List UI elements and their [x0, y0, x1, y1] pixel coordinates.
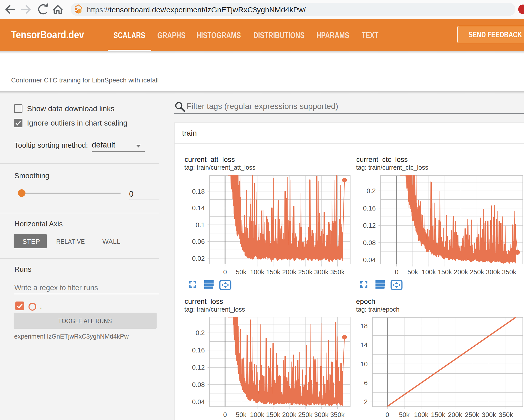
svg-text:100k: 100k [250, 411, 265, 418]
svg-text:250k: 250k [470, 268, 484, 276]
svg-text:0.04: 0.04 [192, 398, 205, 406]
svg-text:0: 0 [223, 268, 227, 276]
svg-text:0: 0 [395, 268, 398, 276]
svg-text:150k: 150k [438, 268, 452, 276]
svg-text:100k: 100k [250, 268, 265, 276]
svg-text:0.12: 0.12 [363, 222, 376, 229]
svg-text:100k: 100k [422, 268, 436, 276]
svg-text:350k: 350k [330, 268, 345, 276]
svg-text:0.08: 0.08 [192, 381, 205, 388]
svg-text:200k: 200k [282, 268, 297, 276]
svg-text:0.2: 0.2 [196, 329, 205, 337]
svg-text:0: 0 [223, 411, 227, 418]
svg-text:50k: 50k [236, 411, 247, 418]
svg-text:0.06: 0.06 [192, 238, 205, 245]
svg-text:200k: 200k [282, 411, 297, 418]
svg-text:350k: 350k [502, 268, 516, 276]
svg-text:0.16: 0.16 [363, 204, 376, 212]
svg-text:300k: 300k [314, 268, 329, 276]
svg-text:0.08: 0.08 [363, 239, 376, 247]
svg-text:0.12: 0.12 [192, 364, 205, 371]
svg-text:14: 14 [360, 341, 368, 349]
svg-text:300k: 300k [314, 411, 329, 418]
svg-text:250k: 250k [298, 268, 313, 276]
svg-text:350k: 350k [330, 411, 345, 418]
svg-text:0.16: 0.16 [192, 346, 205, 354]
svg-text:0.02: 0.02 [192, 255, 205, 262]
svg-text:50k: 50k [407, 268, 418, 276]
svg-text:200k: 200k [448, 411, 462, 418]
svg-text:300k: 300k [482, 411, 496, 418]
svg-text:0.1: 0.1 [196, 221, 205, 229]
svg-text:50k: 50k [236, 268, 247, 276]
svg-text:200k: 200k [454, 268, 468, 276]
svg-text:6: 6 [364, 379, 368, 387]
svg-text:50k: 50k [399, 411, 410, 418]
svg-text:100k: 100k [414, 411, 428, 418]
svg-text:0: 0 [386, 411, 389, 418]
svg-text:250k: 250k [465, 411, 479, 418]
svg-text:0.04: 0.04 [363, 256, 376, 264]
svg-text:150k: 150k [266, 411, 280, 418]
svg-text:350k: 350k [499, 411, 513, 418]
svg-text:150k: 150k [266, 268, 280, 276]
svg-text:0.18: 0.18 [192, 188, 205, 195]
svg-text:10: 10 [360, 360, 368, 368]
svg-text:0.14: 0.14 [192, 204, 205, 212]
svg-text:300k: 300k [486, 268, 500, 276]
svg-text:18: 18 [360, 322, 368, 330]
svg-text:150k: 150k [431, 411, 445, 418]
svg-text:2: 2 [364, 398, 368, 406]
svg-text:250k: 250k [298, 411, 313, 418]
svg-text:0.2: 0.2 [367, 187, 376, 195]
